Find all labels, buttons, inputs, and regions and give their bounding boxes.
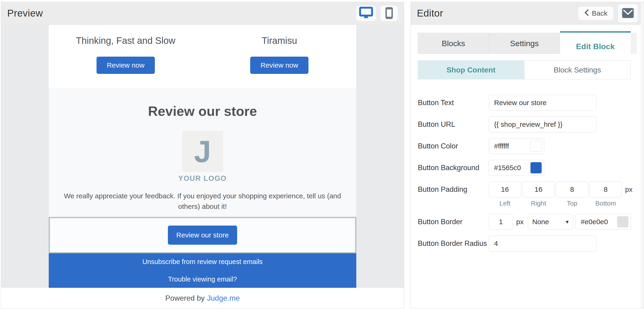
button-text-label: Button Text	[418, 99, 489, 107]
preview-title: Preview	[7, 8, 43, 19]
powered-by-bar: Powered by Judge.me	[1, 288, 404, 308]
button-padding-inputs: px	[489, 182, 632, 197]
logo-caption: YOUR LOGO	[49, 174, 356, 183]
padding-bottom-input[interactable]	[590, 182, 622, 197]
envelope-icon	[622, 8, 634, 19]
product-title: Tiramisu	[262, 35, 297, 46]
email-template-button[interactable]	[618, 4, 638, 22]
mobile-preview-button[interactable]	[380, 5, 398, 21]
border-unit: px	[516, 218, 524, 226]
back-button-label: Back	[592, 9, 608, 17]
button-padding-group: px Left Right Top Bottom	[489, 182, 632, 207]
subtab-block-settings[interactable]: Block Settings	[524, 60, 631, 79]
tab-edit-block[interactable]: Edit Block	[560, 31, 631, 60]
edit-block-form: Button Text Button URL Button Color #fff…	[418, 95, 637, 252]
button-color-input[interactable]: #ffffff	[489, 138, 544, 154]
button-text-row: Button Text	[418, 95, 637, 111]
padding-right-input[interactable]	[522, 182, 555, 197]
app-root: Preview	[0, 0, 644, 309]
selected-button-block[interactable]: Review our store	[49, 217, 356, 253]
store-heading: Review our store	[49, 88, 356, 119]
border-style-value: None	[532, 218, 549, 226]
editor-scrollbar[interactable]	[641, 2, 644, 308]
padding-bottom-sublabel: Bottom	[590, 200, 622, 207]
store-message: We really appreciate your feedback. If y…	[64, 191, 341, 212]
editor-pane: Editor Back	[410, 2, 644, 309]
tab-row-spacer	[631, 33, 637, 54]
padding-left-sublabel: Left	[489, 200, 521, 207]
store-logo: J	[182, 131, 223, 172]
editor-subtabs: Shop Content Block Settings	[418, 60, 631, 79]
padding-left-input[interactable]	[489, 182, 521, 197]
button-text-input[interactable]	[489, 95, 596, 111]
border-style-select[interactable]: None ▾	[528, 214, 573, 230]
padding-inputs-wrap	[489, 182, 622, 197]
button-background-label: Button Background	[418, 164, 489, 172]
padding-sublabels: Left Right Top Bottom	[489, 200, 632, 207]
store-review-block[interactable]: Review our store J YOUR LOGO We really a…	[49, 88, 356, 217]
border-color-input[interactable]: #e0e0e0	[576, 214, 631, 230]
unsubscribe-link[interactable]: Unsubscribe from review request emails	[142, 258, 263, 266]
smartphone-icon	[384, 6, 394, 20]
product-cell: Tiramisu Review now	[202, 25, 356, 88]
button-url-input[interactable]	[489, 116, 596, 132]
button-padding-row: Button Padding px Left	[418, 182, 637, 207]
trouble-viewing-link[interactable]: Trouble viewing email?	[168, 276, 237, 283]
editor-body: Blocks Settings Edit Block Shop Content …	[411, 25, 644, 308]
padding-top-input[interactable]	[556, 182, 588, 197]
button-color-row: Button Color #ffffff	[418, 138, 637, 154]
chevron-left-icon	[584, 9, 589, 18]
button-padding-label: Button Padding	[418, 182, 489, 197]
preview-header: Preview	[1, 2, 404, 25]
padding-top-sublabel: Top	[556, 200, 588, 207]
button-border-radius-label: Button Border Radius	[418, 239, 489, 248]
button-border-radius-row: Button Border Radius	[418, 236, 637, 252]
button-border-row: Button Border px None ▾ #e0e0e0	[418, 214, 637, 230]
review-our-store-button[interactable]: Review our store	[168, 226, 237, 245]
button-color-swatch[interactable]	[530, 141, 542, 152]
preview-canvas: Thinking, Fast and Slow Review now Tiram…	[1, 25, 404, 288]
padding-right-sublabel: Right	[522, 200, 555, 207]
device-toggle	[356, 5, 398, 21]
button-background-value: #1565c0	[494, 164, 521, 172]
back-button[interactable]: Back	[578, 6, 614, 20]
tab-settings[interactable]: Settings	[489, 33, 560, 54]
border-color-value: #e0e0e0	[581, 218, 608, 226]
chevron-down-icon: ▾	[566, 219, 569, 225]
review-now-button[interactable]: Review now	[250, 57, 308, 74]
email-preview: Thinking, Fast and Slow Review now Tiram…	[49, 25, 356, 288]
tab-blocks[interactable]: Blocks	[418, 33, 489, 54]
button-url-label: Button URL	[418, 120, 489, 129]
logo-letter: J	[194, 134, 211, 169]
desktop-preview-button[interactable]	[356, 5, 376, 21]
editor-header: Editor Back	[411, 2, 644, 25]
button-color-value: #ffffff	[494, 142, 509, 150]
monitor-icon	[359, 7, 373, 20]
product-title: Thinking, Fast and Slow	[76, 35, 175, 46]
product-reviews-block[interactable]: Thinking, Fast and Slow Review now Tiram…	[49, 25, 356, 88]
button-background-input[interactable]: #1565c0	[489, 160, 544, 176]
preview-pane: Preview	[1, 2, 404, 309]
email-footer-block[interactable]: Unsubscribe from review request emails T…	[49, 253, 356, 288]
powered-by-text: Powered by	[165, 294, 205, 303]
subtab-shop-content[interactable]: Shop Content	[418, 60, 524, 79]
border-width-input[interactable]	[489, 214, 513, 230]
padding-unit: px	[625, 186, 632, 193]
button-url-row: Button URL	[418, 116, 637, 132]
product-cell: Thinking, Fast and Slow Review now	[49, 25, 202, 88]
button-background-swatch[interactable]	[530, 162, 542, 173]
review-now-button[interactable]: Review now	[96, 57, 155, 74]
button-color-label: Button Color	[418, 142, 489, 150]
editor-header-actions: Back	[578, 4, 638, 22]
judgeme-link[interactable]: Judge.me	[207, 294, 240, 303]
button-border-label: Button Border	[418, 218, 489, 226]
border-radius-input[interactable]	[489, 236, 596, 252]
editor-title: Editor	[417, 8, 443, 19]
button-background-row: Button Background #1565c0	[418, 160, 637, 176]
border-color-swatch[interactable]	[617, 216, 628, 227]
editor-tabs: Blocks Settings Edit Block	[418, 31, 637, 60]
